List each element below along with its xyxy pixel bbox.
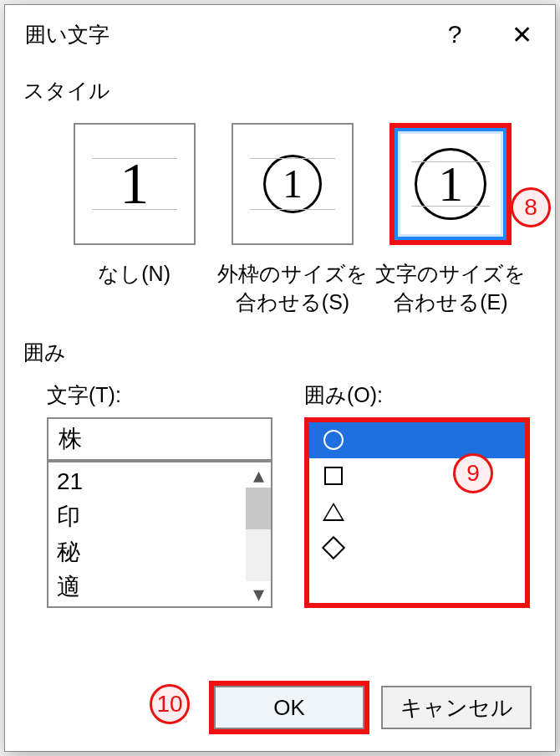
style-option-fit-char[interactable]: 1 文字のサイズを 合わせる(E)	[372, 123, 530, 317]
shape-option-triangle[interactable]	[309, 494, 525, 530]
circle-icon: 1	[263, 155, 322, 213]
close-button[interactable]: ✕	[488, 9, 555, 59]
style-option-none[interactable]: 1 なし(N)	[55, 123, 213, 317]
list-item[interactable]: 適	[48, 570, 271, 605]
style-thumb-fit-char: 1	[389, 123, 512, 245]
list-item[interactable]: 秘	[48, 534, 271, 570]
style-label-none: なし(N)	[98, 260, 171, 289]
circle-icon	[321, 427, 346, 452]
char-input[interactable]	[47, 417, 272, 461]
square-icon	[321, 463, 346, 488]
list-item[interactable]: 21	[48, 464, 271, 499]
shape-listbox[interactable]	[304, 417, 530, 608]
list-item[interactable]: 印	[48, 499, 271, 534]
callout-9: 9	[453, 453, 493, 493]
close-icon: ✕	[512, 20, 532, 49]
enclosed-characters-dialog: 囲い文字 ? ✕ スタイル 1 なし(N) 1 外枠のサイズを 合わせる(S)	[4, 4, 556, 752]
titlebar: 囲い文字 ? ✕	[5, 5, 555, 64]
dialog-title: 囲い文字	[25, 21, 421, 49]
scroll-up-icon[interactable]: ▴	[253, 462, 264, 488]
style-thumb-fit-frame: 1	[232, 123, 354, 245]
char-field-label: 文字(T):	[47, 381, 272, 409]
char-listbox[interactable]: 21 印 秘 適 ▴ ▾	[47, 461, 272, 608]
diamond-icon	[321, 535, 346, 560]
circle-icon: 1	[415, 148, 486, 220]
style-section-label: スタイル	[5, 64, 555, 105]
ok-button[interactable]: OK	[214, 686, 364, 729]
style-label-fit-char: 文字のサイズを 合わせる(E)	[375, 260, 526, 317]
style-option-fit-frame[interactable]: 1 外枠のサイズを 合わせる(S)	[213, 123, 371, 317]
shape-option-circle[interactable]	[309, 422, 525, 458]
shape-field-label: 囲み(O):	[304, 381, 530, 409]
cancel-button[interactable]: キャンセル	[381, 686, 532, 729]
shape-option-diamond[interactable]	[309, 530, 525, 566]
style-thumb-none: 1	[74, 123, 196, 245]
callout-10: 10	[150, 684, 190, 724]
scroll-down-icon[interactable]: ▾	[253, 581, 264, 606]
scrollbar[interactable]: ▴ ▾	[246, 462, 271, 606]
enclose-section-label: 囲み	[5, 325, 555, 366]
scroll-thumb[interactable]	[246, 488, 271, 529]
help-button[interactable]: ?	[421, 9, 488, 59]
triangle-icon	[321, 499, 346, 524]
style-label-fit-frame: 外枠のサイズを 合わせる(S)	[217, 260, 368, 317]
style-options: 1 なし(N) 1 外枠のサイズを 合わせる(S) 1	[5, 105, 555, 325]
callout-8: 8	[511, 187, 551, 227]
